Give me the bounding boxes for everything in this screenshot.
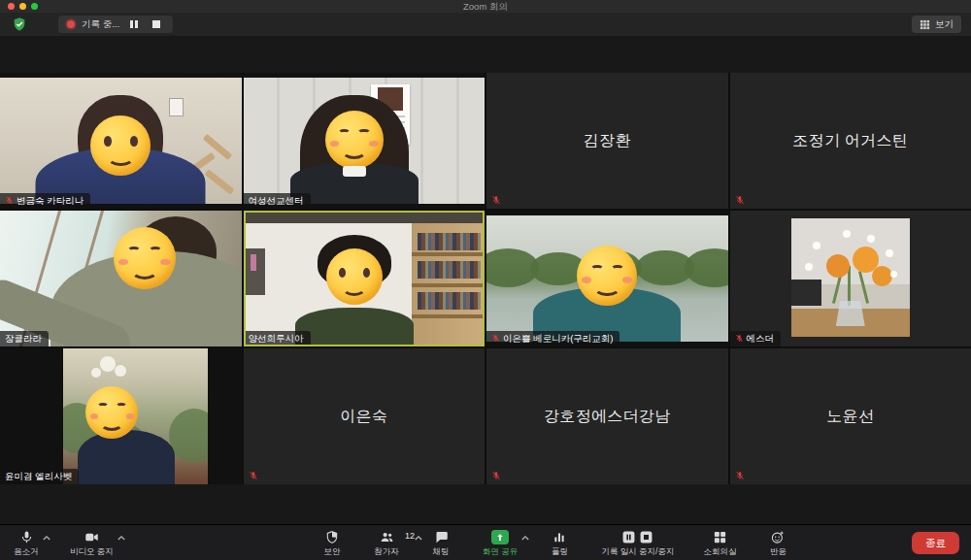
grid-view-icon (920, 19, 930, 30)
polling-button[interactable]: 폴링 (543, 530, 576, 556)
participant-tile[interactable]: 장클라라 (0, 211, 242, 346)
window-title: Zoom 회의 (0, 0, 971, 13)
pause-icon (130, 20, 138, 28)
muted-mic-icon (735, 334, 744, 343)
participant-name: 노윤선 (826, 407, 874, 427)
polling-icon (552, 530, 566, 545)
participant-video (244, 78, 486, 204)
muted-mic-icon (491, 471, 501, 480)
recording-label: 기록 중... (82, 18, 119, 31)
muted-mic-icon (5, 196, 14, 205)
record-pause-stop-button[interactable]: 기록 일시 중지/중지 (597, 530, 678, 556)
muted-mic-icon (491, 334, 500, 343)
face-emoji (326, 248, 383, 305)
view-button-label: 보기 (935, 18, 954, 31)
face-emoji (114, 227, 176, 289)
end-meeting-button[interactable]: 종료 (912, 532, 959, 554)
zoom-meeting-window: Zoom 회의 기록 중... 보기 (0, 0, 971, 560)
participant-video (63, 348, 208, 484)
reactions-button[interactable]: 반응 (761, 530, 794, 556)
breakout-rooms-button[interactable]: 소회의실 (699, 530, 740, 556)
participant-name-tag: 윤미겸 엘리사벳 (0, 469, 79, 485)
pause-recording-button[interactable] (126, 17, 142, 31)
face-emoji (90, 115, 151, 176)
participants-count: 12 (405, 532, 415, 541)
participant-name-tag: 장클라라 (0, 331, 49, 347)
view-button[interactable]: 보기 (912, 16, 961, 33)
muted-mic-icon (249, 471, 258, 480)
recording-dot-icon (67, 20, 75, 28)
participant-tile[interactable]: 강호정에스더강남 (486, 348, 728, 484)
participant-tile[interactable]: 이은쁠 베로니카(구리교회) (486, 211, 728, 346)
chat-icon (434, 530, 449, 545)
meeting-menubar: 기록 중... 보기 (0, 13, 971, 36)
participant-tile[interactable]: 김장환 (486, 73, 728, 209)
participant-name-tag: 변금숙 카타리나 (0, 193, 90, 210)
titlebar: Zoom 회의 (0, 0, 971, 13)
muted-mic-icon (735, 471, 745, 480)
breakout-rooms-icon (713, 530, 727, 545)
reactions-smiley-icon (770, 530, 786, 545)
mic-icon (19, 530, 34, 545)
stop-recording-icon (639, 530, 653, 544)
participants-icon (379, 530, 395, 545)
muted-mic-icon (491, 195, 501, 205)
participant-grid: 변금숙 카타리나 여성선교센터 김장환 조정기 어 (0, 73, 971, 484)
face-emoji (577, 246, 637, 306)
participant-name-tag: 양선희루시아 (244, 331, 311, 347)
participant-tile-active-speaker[interactable]: 양선희루시아 (244, 211, 486, 346)
participant-name: 이은숙 (340, 407, 387, 427)
chat-button[interactable]: 채팅 (424, 530, 457, 556)
meeting-toolbar: 음소거 비디오 중지 보안 참가자 12 채팅 (0, 524, 971, 560)
face-emoji (325, 111, 384, 169)
participant-name-tag: 에스더 (730, 331, 782, 347)
participant-name: 김장환 (584, 131, 631, 151)
participant-tile[interactable]: 에스더 (730, 211, 971, 346)
mute-button[interactable]: 음소거 (10, 530, 43, 556)
participant-tile[interactable]: 조정기 어거스틴 (730, 73, 971, 209)
pause-recording-icon (621, 530, 636, 544)
shield-icon (325, 530, 339, 545)
stop-recording-button[interactable] (149, 17, 164, 31)
recording-indicator: 기록 중... (58, 16, 173, 33)
participant-tile[interactable]: 이은숙 (244, 348, 486, 484)
participant-video (0, 78, 242, 204)
stop-icon (152, 20, 160, 28)
participant-tile[interactable]: 변금숙 카타리나 (0, 73, 242, 209)
participant-tile[interactable]: 여성선교센터 (244, 73, 486, 209)
participant-name-tag: 이은쁠 베로니카(구리교회) (486, 331, 619, 347)
muted-mic-icon (735, 195, 745, 205)
video-options-caret[interactable] (117, 534, 125, 543)
participant-name: 강호정에스더강남 (544, 407, 670, 427)
participant-video (0, 211, 242, 346)
share-screen-icon (491, 530, 509, 544)
participant-tile[interactable]: 노윤선 (730, 348, 971, 484)
profile-photo-flowers (791, 218, 910, 337)
participant-video (244, 211, 486, 346)
participants-button[interactable]: 참가자 12 (370, 530, 403, 556)
participant-video (486, 215, 728, 342)
stop-video-button[interactable]: 비디오 중지 (66, 530, 117, 556)
participant-name: 조정기 어거스틴 (792, 131, 908, 151)
participant-tile[interactable]: 윤미겸 엘리사벳 (0, 348, 242, 484)
participant-name-tag: 여성선교센터 (244, 193, 311, 210)
share-options-caret[interactable] (521, 534, 529, 543)
meeting-info-shield-icon[interactable] (12, 16, 27, 32)
share-screen-button[interactable]: 화면 공유 (479, 530, 521, 556)
participants-options-caret[interactable] (415, 534, 422, 543)
mute-options-caret[interactable] (43, 534, 50, 543)
camera-icon (84, 530, 100, 545)
security-button[interactable]: 보안 (316, 530, 349, 556)
